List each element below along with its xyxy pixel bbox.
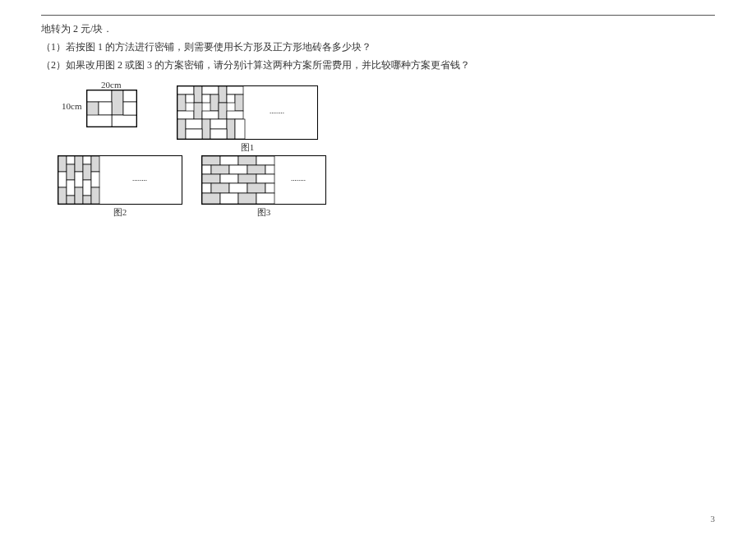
svg-rect-30 — [227, 119, 235, 139]
svg-rect-1 — [87, 90, 112, 102]
svg-rect-14 — [227, 86, 243, 95]
svg-rect-29 — [210, 119, 227, 129]
svg-rect-74 — [220, 193, 238, 204]
question-1: （1）若按图 1 的方法进行密铺，则需要使用长方形及正方形地砖各多少块？ — [41, 39, 715, 55]
svg-rect-57 — [238, 156, 256, 165]
question-2: （2）如果改用图 2 或图 3 的方案密铺，请分别计算这两种方案所需费用，并比较… — [41, 57, 715, 73]
svg-rect-62 — [247, 165, 265, 174]
svg-text:········: ········ — [270, 108, 284, 117]
svg-rect-22 — [194, 103, 202, 119]
svg-rect-59 — [202, 165, 211, 174]
svg-rect-44 — [75, 172, 83, 187]
svg-rect-61 — [229, 165, 247, 174]
svg-rect-38 — [58, 187, 67, 204]
svg-rect-51 — [91, 172, 99, 187]
svg-rect-40 — [67, 164, 75, 180]
svg-rect-60 — [211, 165, 229, 174]
svg-rect-11 — [194, 86, 202, 103]
svg-rect-25 — [227, 111, 243, 119]
svg-rect-2 — [112, 90, 123, 115]
figure-1: ········ 图1 — [177, 85, 318, 154]
svg-rect-24 — [219, 103, 227, 119]
svg-rect-47 — [83, 164, 91, 180]
svg-rect-55 — [202, 156, 220, 165]
figure-2-label: 图2 — [58, 206, 182, 219]
svg-rect-58 — [256, 156, 274, 165]
svg-rect-43 — [75, 156, 83, 172]
svg-rect-33 — [235, 119, 245, 139]
svg-rect-10 — [177, 86, 194, 95]
svg-rect-18 — [210, 95, 219, 111]
svg-rect-49 — [83, 196, 91, 204]
figures-area: 20cm 10cm — [41, 81, 715, 229]
svg-rect-32 — [210, 129, 227, 139]
svg-rect-27 — [186, 119, 202, 129]
svg-rect-48 — [83, 180, 91, 196]
top-rule — [41, 15, 715, 16]
dim-top: 20cm — [101, 80, 121, 90]
svg-rect-20 — [235, 95, 243, 111]
svg-rect-56 — [220, 156, 238, 165]
svg-rect-75 — [238, 193, 256, 204]
svg-rect-72 — [265, 183, 274, 193]
svg-rect-64 — [202, 174, 220, 183]
svg-rect-19 — [227, 95, 235, 103]
figure-1-label: 图1 — [177, 141, 318, 154]
svg-rect-7 — [87, 115, 112, 127]
svg-rect-46 — [83, 156, 91, 164]
svg-rect-26 — [177, 119, 186, 139]
svg-rect-41 — [67, 180, 75, 196]
svg-rect-6 — [112, 115, 136, 127]
svg-rect-28 — [202, 119, 210, 139]
svg-rect-42 — [67, 196, 75, 204]
svg-text:········: ········ — [132, 176, 147, 184]
svg-rect-39 — [67, 156, 75, 164]
svg-rect-65 — [220, 174, 238, 183]
svg-rect-69 — [211, 183, 229, 193]
svg-rect-17 — [202, 95, 210, 103]
svg-rect-31 — [186, 129, 202, 139]
figure-3-label: 图3 — [201, 206, 326, 219]
svg-rect-3 — [123, 90, 136, 102]
svg-rect-23 — [202, 111, 219, 119]
svg-rect-52 — [91, 187, 99, 204]
figure-2: ········ 图2 — [58, 155, 182, 219]
dim-left: 10cm — [62, 101, 81, 111]
svg-rect-37 — [58, 172, 67, 187]
line-cost: 地转为 2 元/块． — [41, 21, 715, 37]
svg-rect-21 — [177, 111, 194, 119]
svg-rect-76 — [256, 193, 274, 204]
svg-rect-70 — [229, 183, 247, 193]
svg-rect-8 — [123, 102, 136, 115]
svg-rect-15 — [177, 95, 186, 111]
ref-tile: 20cm 10cm — [86, 90, 137, 127]
svg-rect-68 — [202, 183, 211, 193]
figure-3: ········ 图3 — [201, 155, 326, 219]
svg-rect-50 — [91, 156, 99, 172]
svg-rect-13 — [219, 86, 227, 103]
page-number: 3 — [711, 514, 716, 523]
svg-rect-63 — [265, 165, 274, 174]
svg-rect-36 — [58, 156, 67, 172]
svg-rect-67 — [256, 174, 274, 183]
svg-rect-66 — [238, 174, 256, 183]
svg-rect-73 — [202, 193, 220, 204]
svg-rect-16 — [186, 95, 194, 103]
svg-text:········: ········ — [291, 176, 306, 184]
svg-rect-45 — [75, 187, 83, 204]
svg-rect-5 — [99, 102, 112, 115]
svg-rect-12 — [202, 86, 219, 95]
svg-rect-71 — [247, 183, 265, 193]
